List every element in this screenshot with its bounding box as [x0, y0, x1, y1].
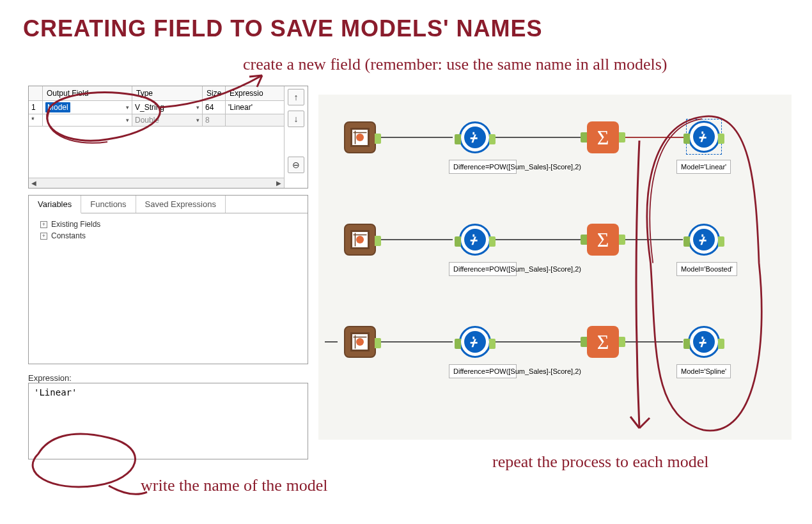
- chevron-down-icon[interactable]: ▾: [126, 104, 129, 111]
- formula-tool-icon: [468, 335, 482, 349]
- tab-variables[interactable]: Variables: [29, 196, 81, 213]
- formula-label-difference: Difference=POW([Sum_Sales]-[Score],2): [449, 262, 517, 276]
- formula-tool-icon: [468, 233, 482, 247]
- remove-button[interactable]: ⊖: [288, 157, 304, 173]
- svg-point-3: [356, 236, 364, 243]
- field-name-cell-new[interactable]: ▾: [43, 114, 132, 126]
- formula-tool-icon: [697, 130, 711, 144]
- formula-label-difference: Difference=POW([Sum_Sales]-[Score],2): [449, 160, 517, 174]
- field-size-cell[interactable]: 64: [203, 101, 226, 114]
- workflow-canvas[interactable]: Difference=POW([Sum_Sales]-[Score],2) Σ …: [318, 95, 792, 440]
- summarize-tool-icon: Σ: [597, 126, 609, 150]
- formula-tool-difference[interactable]: [459, 121, 491, 153]
- summarize-tool[interactable]: Σ: [587, 224, 619, 256]
- field-expr-cell[interactable]: 'Linear': [226, 101, 284, 114]
- svg-point-1: [356, 134, 364, 141]
- chevron-down-icon[interactable]: ▾: [196, 117, 199, 123]
- field-type-cell[interactable]: V_String▾: [132, 101, 203, 114]
- formula-tool-model-boosted[interactable]: [688, 224, 720, 256]
- chevron-down-icon[interactable]: ▾: [126, 117, 129, 123]
- annotation-top: create a new field (remember: use the sa…: [243, 55, 667, 74]
- model-label-spline: Model='Spline': [676, 364, 731, 378]
- score-tool[interactable]: [344, 326, 376, 358]
- expression-input[interactable]: 'Linear': [28, 383, 308, 459]
- workflow-row-spline: Difference=POW([Sum_Sales]-[Score],2) Σ …: [331, 326, 779, 403]
- workflow-row-boosted: Difference=POW([Sum_Sales]-[Score],2) Σ …: [331, 224, 779, 300]
- workflow-row-linear: Difference=POW([Sum_Sales]-[Score],2) Σ …: [331, 121, 779, 198]
- tree-item-existing-fields[interactable]: +Existing Fields: [40, 220, 299, 229]
- formula-tool-difference[interactable]: [459, 224, 491, 256]
- formula-tool-model-spline[interactable]: [688, 326, 720, 358]
- summarize-tool-icon: Σ: [597, 330, 609, 354]
- chevron-down-icon[interactable]: ▾: [196, 104, 199, 111]
- formula-tool-icon: [468, 130, 482, 144]
- score-tool[interactable]: [344, 224, 376, 256]
- field-size-cell-new[interactable]: 8: [203, 114, 226, 126]
- header-size[interactable]: Size: [203, 86, 226, 100]
- annotation-bottom-left: write the name of the model: [141, 476, 327, 495]
- variables-tree[interactable]: +Existing Fields +Constants: [29, 213, 308, 364]
- formula-tool-model-linear[interactable]: [688, 121, 720, 153]
- grid-row-new[interactable]: * ▾ Double▾ 8: [29, 114, 284, 127]
- field-name-cell[interactable]: Model▾: [43, 101, 132, 114]
- score-tool[interactable]: [344, 121, 376, 153]
- score-tool-icon: [348, 126, 371, 149]
- score-tool-icon: [348, 330, 371, 353]
- grid-row-1[interactable]: 1 Model▾ V_String▾ 64 'Linear': [29, 101, 284, 114]
- scroll-left-icon[interactable]: ◀: [29, 180, 39, 187]
- formula-label-difference: Difference=POW([Sum_Sales]-[Score],2): [449, 364, 517, 378]
- summarize-tool-icon: Σ: [597, 228, 609, 252]
- field-expr-cell-new[interactable]: [226, 114, 284, 126]
- model-label-boosted: Model='Boosted': [676, 262, 737, 276]
- annotation-bottom-right: repeat the process to each model: [492, 452, 709, 472]
- formula-tool-difference[interactable]: [459, 326, 491, 358]
- model-label-linear: Model='Linear': [676, 160, 731, 174]
- tab-saved-expressions[interactable]: Saved Expressions: [136, 196, 226, 213]
- formula-tool-icon: [697, 335, 711, 349]
- row-number: 1: [29, 101, 43, 114]
- output-fields-grid: Output Field Type Size Expressio 1 Model…: [28, 86, 308, 189]
- horizontal-scrollbar[interactable]: ◀ ▶: [29, 178, 284, 188]
- tree-item-constants[interactable]: +Constants: [40, 231, 299, 240]
- header-type[interactable]: Type: [132, 86, 203, 100]
- scroll-right-icon[interactable]: ▶: [274, 180, 284, 187]
- header-expression[interactable]: Expressio: [226, 86, 284, 100]
- summarize-tool[interactable]: Σ: [587, 326, 619, 358]
- svg-point-5: [356, 338, 364, 346]
- tab-functions[interactable]: Functions: [81, 196, 136, 213]
- score-tool-icon: [348, 228, 371, 251]
- move-up-button[interactable]: ↑: [288, 89, 304, 105]
- formula-tool-icon: [697, 233, 711, 247]
- summarize-tool[interactable]: Σ: [587, 121, 619, 153]
- page-title: CREATING FIELD TO SAVE MODELS' NAMES: [23, 15, 543, 42]
- row-number-new: *: [29, 114, 43, 126]
- expression-label: Expression:: [28, 373, 308, 383]
- move-down-button[interactable]: ↓: [288, 111, 304, 127]
- header-output-field[interactable]: Output Field: [43, 86, 132, 100]
- field-type-cell-new[interactable]: Double▾: [132, 114, 203, 126]
- grid-header-row: Output Field Type Size Expressio: [29, 86, 284, 101]
- formula-config-panel: Output Field Type Size Expressio 1 Model…: [28, 86, 308, 459]
- expression-helper-panel: Variables Functions Saved Expressions +E…: [28, 195, 308, 364]
- expand-icon[interactable]: +: [40, 221, 47, 228]
- expand-icon[interactable]: +: [40, 233, 47, 240]
